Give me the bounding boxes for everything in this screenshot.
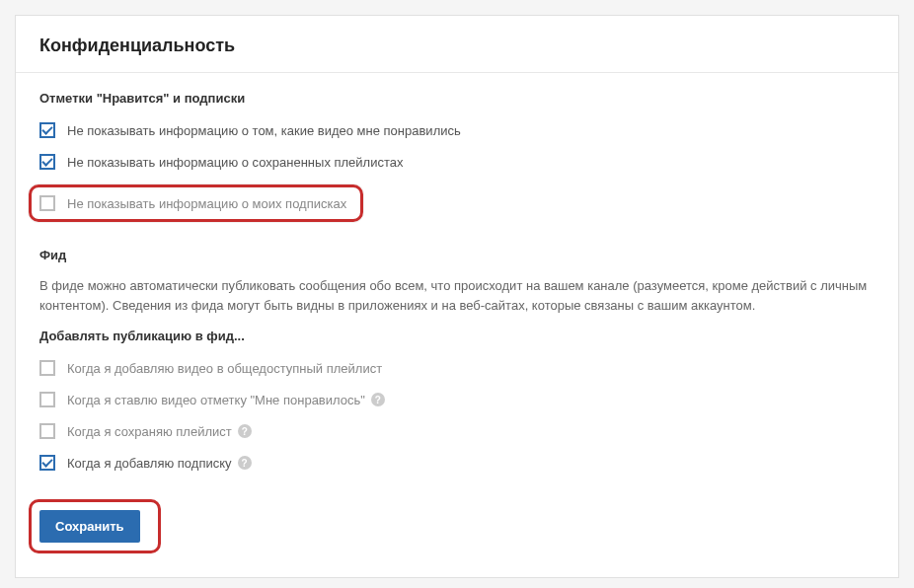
- privacy-panel: Конфиденциальность Отметки "Нравится" и …: [15, 15, 899, 578]
- checkbox-subscriptions[interactable]: [39, 195, 55, 211]
- checkbox-label: Не показывать информацию о сохраненных п…: [67, 155, 404, 170]
- help-icon[interactable]: ?: [238, 424, 252, 438]
- checkbox-add-to-playlist[interactable]: [39, 360, 55, 376]
- panel-header: Конфиденциальность: [16, 16, 898, 73]
- checkbox-like-video[interactable]: [39, 392, 55, 407]
- panel-body: Отметки "Нравится" и подписки Не показыв…: [16, 73, 898, 577]
- page-title: Конфиденциальность: [39, 36, 875, 56]
- checkbox-row-add-subscription: Когда я добавляю подписку ?: [39, 452, 875, 474]
- checkbox-label: Когда я ставлю видео отметку "Мне понрав…: [67, 393, 365, 407]
- checkbox-row-add-to-playlist: Когда я добавляю видео в общедоступный п…: [39, 357, 875, 379]
- checkbox-row-liked-videos: Не показывать информацию о том, какие ви…: [39, 119, 875, 141]
- help-icon[interactable]: ?: [238, 456, 252, 470]
- section-likes-title: Отметки "Нравится" и подписки: [39, 91, 875, 106]
- checkbox-row-like-video: Когда я ставлю видео отметку "Мне понрав…: [39, 389, 875, 410]
- checkbox-save-playlist[interactable]: [39, 423, 55, 439]
- checkbox-row-save-playlist: Когда я сохраняю плейлист ?: [39, 420, 875, 442]
- checkbox-label: Не показывать информацию о том, какие ви…: [67, 123, 461, 138]
- checkbox-label: Когда я добавляю подписку: [67, 456, 232, 471]
- checkbox-saved-playlists[interactable]: [39, 154, 55, 170]
- checkbox-liked-videos[interactable]: [39, 122, 55, 138]
- feed-subtitle: Добавлять публикацию в фид...: [39, 329, 875, 343]
- highlight-save: Сохранить: [29, 499, 161, 553]
- save-button[interactable]: Сохранить: [39, 510, 140, 543]
- checkbox-add-subscription[interactable]: [39, 455, 55, 471]
- highlight-subscriptions: Не показывать информацию о моих подписка…: [29, 184, 363, 222]
- checkbox-row-saved-playlists: Не показывать информацию о сохраненных п…: [39, 151, 875, 173]
- checkbox-label: Не показывать информацию о моих подписка…: [67, 196, 346, 211]
- checkbox-label: Когда я сохраняю плейлист: [67, 424, 232, 439]
- checkbox-label: Когда я добавляю видео в общедоступный п…: [67, 361, 382, 376]
- section-feed-title: Фид: [39, 248, 875, 262]
- help-icon[interactable]: ?: [371, 393, 385, 406]
- feed-description: В фиде можно автоматически публиковать с…: [39, 276, 875, 315]
- section-feed: Фид В фиде можно автоматически публикова…: [39, 248, 875, 474]
